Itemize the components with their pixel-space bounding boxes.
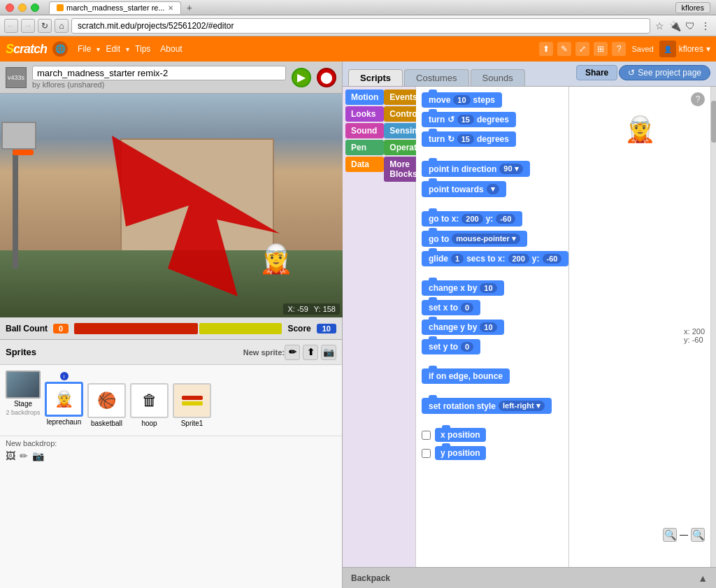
- gap3: [422, 271, 563, 276]
- vpn-icon[interactable]: 🛡: [684, 20, 696, 32]
- block-move-steps[interactable]: move 10 steps: [422, 92, 563, 108]
- category-sound[interactable]: Sound: [345, 123, 384, 138]
- menu-edit[interactable]: Edit: [101, 43, 124, 55]
- sprite-item-basketball[interactable]: 🏀 basketball: [87, 371, 126, 427]
- y-position-checkbox[interactable]: [422, 449, 431, 458]
- camera-sprite-btn[interactable]: 📷: [321, 345, 336, 360]
- refresh-btn[interactable]: ↻: [38, 19, 52, 33]
- stage-view-panel: ? 🧝 x: 200 y: -60 🔍 — 🔍: [568, 87, 710, 567]
- upload-backdrop-btn[interactable]: ✏: [20, 450, 28, 461]
- share-button[interactable]: Share: [576, 65, 617, 80]
- bookmark-star-icon[interactable]: ☆: [653, 20, 666, 32]
- sprite-item-leprechaun[interactable]: i 🧝 leprechaun: [45, 371, 83, 426]
- forward-btn[interactable]: →: [21, 19, 35, 33]
- edit-pencil-icon[interactable]: ✎: [557, 42, 571, 56]
- score-badge: 10: [317, 324, 336, 334]
- menu-about[interactable]: About: [156, 43, 186, 55]
- see-project-icon: ↺: [628, 68, 635, 78]
- user-avatar[interactable]: 👤: [659, 41, 676, 57]
- block-rotation-style[interactable]: set rotation style left-right ▾: [422, 398, 563, 414]
- upload-sprite-btn[interactable]: ⬆: [303, 345, 318, 360]
- help-question-icon[interactable]: ?: [612, 42, 626, 56]
- paint-backdrop-btn[interactable]: 🖼: [6, 450, 15, 461]
- zoom-out-btn[interactable]: 🔍: [663, 528, 677, 542]
- right-panel: Scripts Costumes Sounds Share ↺ See proj…: [343, 62, 716, 588]
- category-motion[interactable]: Motion: [345, 89, 384, 105]
- block-goto-pointer[interactable]: go to mouse-pointer ▾: [422, 231, 563, 247]
- menu-tips[interactable]: Tips: [131, 43, 155, 55]
- scrollbar-thumb[interactable]: [711, 101, 716, 143]
- version-label: v433s: [8, 74, 24, 81]
- backpack-bar[interactable]: Backpack ▲: [343, 567, 716, 588]
- help-button[interactable]: ?: [691, 92, 705, 106]
- stop-button[interactable]: ⬤: [317, 68, 336, 87]
- extension-icon[interactable]: 🔌: [668, 20, 681, 32]
- sprite-thumbnail-hoop: 🗑: [130, 383, 169, 418]
- backboard: [1, 122, 36, 150]
- block-change-x[interactable]: change x by 10: [422, 280, 563, 296]
- block-glide[interactable]: glide 1 secs to x: 200 y: -60: [422, 251, 563, 266]
- zoom-in-btn[interactable]: 🔍: [691, 528, 705, 542]
- address-bar[interactable]: [71, 18, 650, 34]
- sprites-list: Stage 2 backdrops i 🧝 leprechaun 🏀 baske…: [0, 365, 342, 433]
- block-set-x[interactable]: set x to 0: [422, 300, 563, 315]
- project-thumbnail: v433s: [6, 67, 27, 88]
- block-if-on-edge[interactable]: if on edge, bounce: [422, 368, 563, 384]
- stage-item[interactable]: Stage 2 backdrops: [6, 371, 41, 416]
- ball-count-badge: 0: [53, 324, 69, 334]
- stage-y-display: y: -60: [684, 336, 705, 344]
- stage-x-display: x: 200: [684, 327, 705, 336]
- x-position-checkbox[interactable]: [422, 431, 431, 440]
- block-point-towards[interactable]: point towards ▾: [422, 181, 563, 197]
- sprite-thumbnail-sprite1: [173, 383, 211, 418]
- category-data[interactable]: Data: [345, 157, 384, 172]
- user-dropdown-arrow[interactable]: ▾: [706, 44, 710, 54]
- fullscreen-btn[interactable]: [31, 3, 39, 12]
- sprite-item-sprite1[interactable]: Sprite1: [173, 371, 211, 427]
- project-name-input[interactable]: [32, 66, 286, 80]
- navbar: ← → ↻ ⌂ ☆ 🔌 🛡 ⋮: [0, 15, 716, 36]
- block-point-direction[interactable]: point in direction 90 ▾: [422, 161, 563, 177]
- back-btn[interactable]: ←: [4, 19, 18, 33]
- blocks-workspace: move 10 steps turn ↺ 15 degrees: [416, 87, 568, 567]
- upload-icon[interactable]: ⬆: [539, 42, 553, 56]
- workspace-scrollbar[interactable]: [710, 87, 716, 567]
- sprite-item-hoop[interactable]: 🗑 hoop: [130, 371, 169, 427]
- block-y-position[interactable]: y position: [422, 446, 563, 460]
- category-looks[interactable]: Looks: [345, 106, 384, 122]
- tab-close-btn[interactable]: ✕: [168, 4, 173, 12]
- sprite-name-basketball: basketball: [91, 420, 122, 427]
- category-pen[interactable]: Pen: [345, 140, 384, 155]
- camera-backdrop-btn[interactable]: 📷: [32, 450, 44, 461]
- close-btn[interactable]: [6, 3, 14, 12]
- block-x-position[interactable]: x position: [422, 428, 563, 442]
- more-options-icon[interactable]: ⋮: [699, 20, 712, 32]
- tab-sounds[interactable]: Sounds: [471, 69, 525, 86]
- tab-scripts[interactable]: Scripts: [348, 69, 403, 86]
- see-project-button[interactable]: ↺ See project page: [619, 65, 710, 80]
- block-turn-left[interactable]: turn ↺ 15 degrees: [422, 112, 563, 127]
- stage-thumbnail: [6, 371, 41, 399]
- grid-icon[interactable]: ⊞: [594, 42, 608, 56]
- block-goto-xy[interactable]: go to x: 200 y: -60: [422, 211, 563, 227]
- tab-costumes[interactable]: Costumes: [404, 69, 469, 86]
- minimize-btn[interactable]: [18, 3, 27, 12]
- fullscreen-icon[interactable]: ⤢: [575, 42, 589, 56]
- sprite-name-sprite1: Sprite1: [181, 420, 203, 427]
- score-label: Score: [287, 324, 310, 334]
- paint-sprite-btn[interactable]: ✏: [285, 345, 300, 360]
- gap2: [422, 201, 563, 207]
- home-btn[interactable]: ⌂: [55, 19, 69, 33]
- backpack-arrow[interactable]: ▲: [698, 573, 708, 584]
- scripts-inner: Motion Looks Sound Pen Data Events Contr…: [343, 87, 716, 567]
- block-change-y[interactable]: change y by 10: [422, 320, 563, 335]
- stage[interactable]: 🧝 X: -59 Y: 158: [0, 94, 343, 317]
- block-set-y[interactable]: set y to 0: [422, 339, 563, 354]
- new-tab-btn[interactable]: +: [187, 2, 192, 13]
- user-button[interactable]: kflores: [675, 2, 710, 13]
- active-tab[interactable]: march_madness_starter re... ✕: [49, 1, 181, 14]
- language-btn[interactable]: 🌐: [52, 41, 68, 57]
- play-button[interactable]: ▶: [292, 68, 311, 87]
- menu-file[interactable]: File: [73, 43, 95, 55]
- block-turn-right[interactable]: turn ↻ 15 degrees: [422, 131, 563, 147]
